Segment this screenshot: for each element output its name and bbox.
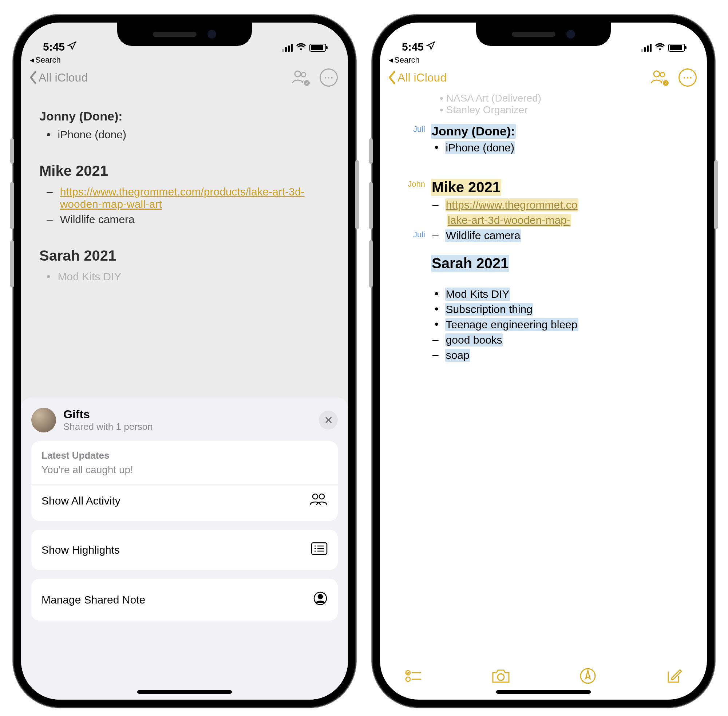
checklist-icon[interactable]	[405, 669, 422, 683]
list-item: •iPhone (done)	[39, 127, 330, 142]
breadcrumb[interactable]: ◂ Search	[380, 55, 707, 65]
note-content-left[interactable]: Jonny (Done): •iPhone (done) Mike 2021 –…	[21, 90, 348, 284]
wifi-icon	[296, 42, 306, 53]
show-all-activity-button[interactable]: Show All Activity	[41, 489, 328, 512]
toolbar	[380, 667, 707, 684]
collaborate-icon[interactable]: ✓	[650, 70, 668, 85]
markup-icon[interactable]	[579, 667, 596, 684]
chevron-left-icon: ◂	[389, 55, 393, 65]
battery-icon	[668, 44, 685, 52]
attribution-label: Juli	[380, 228, 431, 240]
updates-label: Latest Updates	[41, 450, 328, 461]
status-time: 5:45	[402, 41, 424, 53]
compose-icon[interactable]	[666, 667, 682, 684]
show-highlights-button[interactable]: Show Highlights	[31, 529, 338, 570]
list-item: –Wildlife camera	[431, 228, 707, 243]
svg-point-0	[295, 71, 301, 77]
share-sheet: Gifts Shared with 1 person ✕ Latest Upda…	[21, 397, 348, 699]
updates-card: Latest Updates You're all caught up! Sho…	[31, 441, 338, 521]
url-link[interactable]: lake-art-3d-wooden-map-	[447, 214, 571, 227]
nav-row: All iCloud ✓ ⋯	[380, 65, 707, 90]
url-link[interactable]: https://www.thegrommet.co	[445, 199, 578, 211]
list-item: –Wildlife camera	[39, 212, 330, 227]
location-icon	[426, 41, 435, 53]
list-item: •Teenage engineering bleep	[431, 317, 707, 332]
svg-point-13	[654, 71, 660, 77]
section-title: Mike 2021	[431, 179, 501, 196]
wifi-icon	[654, 42, 666, 53]
nav-row: All iCloud ✓ ⋯	[21, 65, 348, 90]
signal-icon	[641, 44, 652, 52]
svg-point-17	[406, 677, 410, 681]
highlights-icon	[311, 542, 328, 558]
person-circle-icon	[313, 591, 328, 608]
list-item: –good books	[431, 332, 707, 347]
svg-point-12	[318, 595, 323, 599]
back-button[interactable]: All iCloud	[387, 71, 447, 85]
more-icon[interactable]: ⋯	[320, 68, 338, 86]
url-link[interactable]: https://www.thegrommet.com/products/lake…	[60, 186, 330, 210]
status-time: 5:45	[43, 41, 65, 53]
manage-shared-note-button[interactable]: Manage Shared Note	[31, 579, 338, 620]
attribution-label: John	[380, 177, 431, 189]
section-title: Sarah 2021	[431, 255, 509, 272]
phone-left: 5:45 ◂ Search All iCloud	[13, 15, 356, 708]
location-icon	[67, 41, 76, 53]
list-item: •Subscription thing	[431, 302, 707, 317]
section-title: Mike 2021	[39, 163, 330, 179]
updates-text: You're all caught up!	[41, 464, 328, 476]
collaborate-icon[interactable]: ✓	[291, 70, 309, 85]
section-title: Jonny (Done):	[431, 124, 516, 139]
svg-point-19	[497, 674, 504, 680]
battery-icon	[309, 44, 326, 52]
avatar	[31, 408, 56, 432]
list-item: –soap	[431, 347, 707, 363]
home-indicator[interactable]	[496, 690, 591, 694]
section-title: Jonny (Done):	[39, 109, 330, 123]
phone-right: 5:45 ◂ Search All iCloud	[372, 15, 715, 708]
list-item: lake-art-3d-wooden-map-	[431, 212, 707, 228]
list-item: –https://www.thegrommet.com/products/lak…	[39, 184, 330, 212]
home-indicator[interactable]	[137, 690, 232, 694]
attribution-label: Juli	[380, 122, 431, 134]
svg-point-14	[660, 73, 665, 77]
svg-point-3	[319, 494, 324, 499]
more-icon[interactable]: ⋯	[678, 68, 697, 86]
back-button[interactable]: All iCloud	[29, 71, 88, 85]
svg-point-2	[313, 494, 318, 499]
camera-icon[interactable]	[491, 668, 510, 684]
close-button[interactable]: ✕	[319, 411, 338, 429]
list-item: •Mod Kits DIY	[431, 287, 707, 302]
signal-icon	[282, 44, 293, 52]
list-item: •iPhone (done)	[431, 140, 707, 155]
note-content-right[interactable]: • NASA Art (Delivered) • Stanley Organiz…	[380, 90, 707, 363]
breadcrumb[interactable]: ◂ Search	[21, 55, 348, 65]
phone-screen-left: 5:45 ◂ Search All iCloud	[21, 23, 348, 699]
chevron-left-icon: ◂	[30, 55, 34, 65]
close-icon: ✕	[324, 414, 333, 426]
list-item: •Mod Kits DIY	[39, 269, 330, 284]
section-title: Sarah 2021	[39, 247, 330, 264]
people-icon	[309, 493, 328, 508]
phone-screen-right: 5:45 ◂ Search All iCloud	[380, 23, 707, 699]
list-item: –https://www.thegrommet.co	[431, 197, 707, 212]
sheet-subtitle: Shared with 1 person	[63, 421, 312, 432]
sheet-title: Gifts	[63, 408, 312, 421]
svg-point-1	[302, 73, 306, 77]
